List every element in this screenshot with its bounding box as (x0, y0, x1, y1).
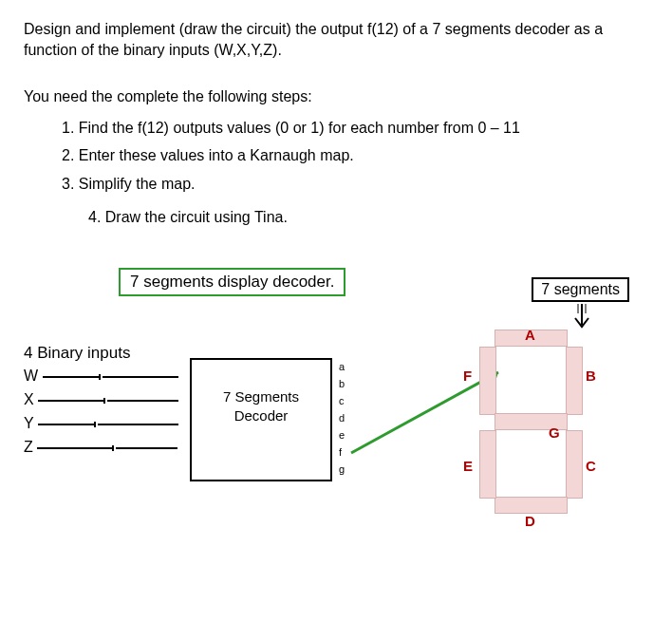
decoder-label-2: Decoder (192, 407, 330, 424)
step-4: 4. Draw the circuit using Tina. (88, 204, 648, 230)
output-f: f (339, 443, 345, 461)
segment-f-shape (479, 347, 496, 415)
input-z-label: Z (24, 439, 33, 455)
decoder-outputs: a b c d e f g (339, 358, 345, 478)
input-y-label: Y (24, 415, 33, 431)
steps-list: 1. Find the f(12) outputs values (0 or 1… (62, 115, 648, 230)
seven-segments-label-box: 7 segments (532, 277, 629, 302)
segment-c-shape (566, 430, 583, 499)
output-d: d (339, 409, 345, 426)
binary-inputs-header: 4 Binary inputs (24, 344, 130, 363)
segment-d-shape (495, 497, 568, 514)
segment-c-label: C (586, 458, 596, 474)
segment-g-label: G (549, 424, 560, 441)
steps-intro: You need the complete the following step… (24, 88, 648, 105)
segment-b-label: B (586, 368, 596, 384)
input-y-row: Y (24, 415, 178, 433)
diagram: 7 segments display decoder. 4 Binary inp… (24, 268, 648, 543)
output-a: a (339, 358, 345, 375)
output-c: c (339, 392, 345, 409)
segment-d-label: D (525, 513, 535, 529)
input-x-label: X (24, 391, 34, 407)
segment-e-label: E (463, 458, 473, 474)
input-x-row: X (24, 391, 178, 409)
step-3: 3. Simplify the map. (62, 171, 648, 197)
decoder-label-1: 7 Segments (192, 388, 330, 405)
input-z-row: Z (24, 439, 177, 457)
step-1: 1. Find the f(12) outputs values (0 or 1… (62, 115, 648, 141)
segment-e-shape (479, 430, 496, 499)
output-e: e (339, 426, 345, 443)
segment-a-label: A (525, 327, 535, 343)
output-b: b (339, 375, 345, 392)
problem-statement: Design and implement (draw the circuit) … (24, 19, 648, 60)
input-w-row: W (24, 368, 178, 386)
step-2: 2. Enter these values into a Karnaugh ma… (62, 142, 648, 168)
decoder-title-box: 7 segments display decoder. (119, 268, 345, 296)
input-w-label: W (24, 368, 38, 384)
decoder-block: 7 Segments Decoder (190, 358, 332, 481)
seven-segment-display: A B C D E F G (468, 330, 601, 519)
output-g: g (339, 461, 345, 478)
segment-b-shape (566, 347, 583, 415)
arrow-down-icon (572, 304, 591, 332)
segment-f-label: F (463, 368, 472, 384)
